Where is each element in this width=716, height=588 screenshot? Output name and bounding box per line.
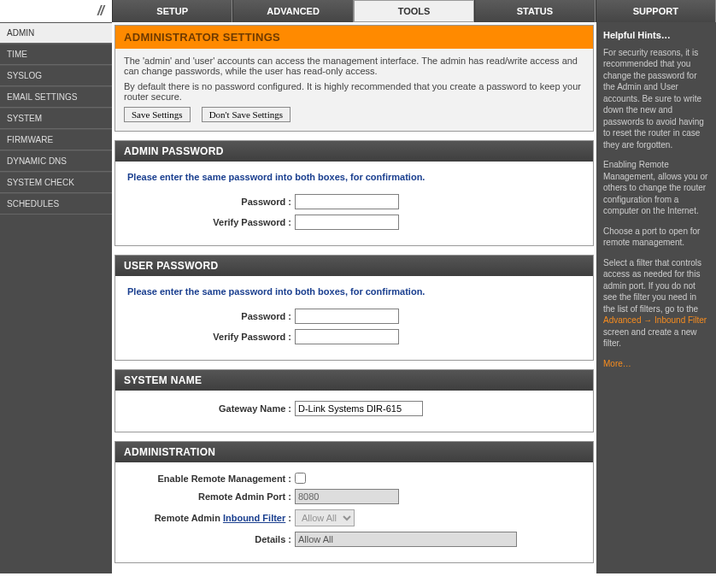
- hints-p2: Enabling Remote Management, allows you o…: [603, 159, 709, 217]
- hints-p3: Choose a port to open for remote managem…: [603, 226, 709, 249]
- inbound-filter-link[interactable]: Inbound Filter: [223, 513, 285, 523]
- intro-text-1: The 'admin' and 'user' accounts can acce…: [124, 56, 584, 76]
- section-head-system-name: SYSTEM NAME: [115, 370, 593, 391]
- admin-verify-password-input[interactable]: [295, 215, 399, 230]
- user-password-instruction: Please enter the same password into both…: [127, 286, 581, 297]
- gateway-name-input[interactable]: [295, 401, 423, 416]
- sidebar-item-admin[interactable]: ADMIN: [0, 22, 112, 44]
- sidebar-item-dynamic-dns[interactable]: DYNAMIC DNS: [0, 150, 112, 172]
- hints-p4: Select a filter that controls access as …: [603, 257, 709, 350]
- tab-advanced[interactable]: ADVANCED: [232, 0, 353, 22]
- sidebar-item-time[interactable]: TIME: [0, 44, 112, 65]
- details-input: [295, 532, 517, 547]
- details-label: Details :: [127, 534, 295, 544]
- gateway-name-label: Gateway Name :: [127, 403, 295, 414]
- section-head-administration: ADMINISTRATION: [115, 442, 593, 462]
- admin-verify-password-label: Verify Password :: [127, 217, 295, 227]
- hints-title: Helpful Hints…: [603, 29, 709, 42]
- remote-admin-inbound-filter-select[interactable]: Allow All: [295, 509, 355, 526]
- sidebar-item-firmware[interactable]: FIRMWARE: [0, 129, 112, 150]
- remote-admin-port-label: Remote Admin Port :: [127, 491, 295, 502]
- tab-tools[interactable]: TOOLS: [354, 0, 474, 22]
- save-settings-button[interactable]: Save Settings: [124, 107, 191, 122]
- enable-remote-management-checkbox[interactable]: [295, 473, 306, 484]
- sidebar-item-system[interactable]: SYSTEM: [0, 108, 112, 129]
- user-password-label: Password :: [127, 311, 295, 321]
- helpful-hints: Helpful Hints… For security reasons, it …: [596, 22, 716, 573]
- section-head-admin-password: ADMIN PASSWORD: [115, 141, 593, 162]
- hints-p1: For security reasons, it is recommended …: [603, 47, 709, 151]
- sidebar-item-system-check[interactable]: SYSTEM CHECK: [0, 172, 112, 193]
- logo: //: [0, 0, 112, 22]
- user-password-input[interactable]: [295, 309, 399, 324]
- sidebar-item-email-settings[interactable]: EMAIL SETTINGS: [0, 86, 112, 108]
- tab-setup[interactable]: SETUP: [112, 0, 232, 22]
- admin-password-label: Password :: [127, 197, 295, 207]
- intro-box: The 'admin' and 'user' accounts can acce…: [114, 49, 594, 132]
- remote-admin-port-input[interactable]: [295, 489, 399, 504]
- sidebar-item-schedules[interactable]: SCHEDULES: [0, 193, 112, 215]
- hints-more-link[interactable]: More…: [603, 359, 631, 368]
- section-head-user-password: USER PASSWORD: [115, 256, 593, 276]
- admin-password-input[interactable]: [295, 194, 399, 209]
- user-verify-password-input[interactable]: [295, 329, 399, 344]
- page-title: ADMINISTRATOR SETTINGS: [114, 25, 594, 49]
- intro-text-2: By default there is no password configur…: [124, 81, 584, 102]
- tab-status[interactable]: STATUS: [474, 0, 595, 22]
- enable-remote-management-label: Enable Remote Management :: [127, 473, 295, 484]
- admin-password-instruction: Please enter the same password into both…: [127, 172, 581, 182]
- hints-link-inbound-filter[interactable]: Inbound Filter: [654, 315, 707, 325]
- top-nav: SETUP ADVANCED TOOLS STATUS SUPPORT: [112, 0, 716, 22]
- tab-support[interactable]: SUPPORT: [596, 0, 716, 22]
- user-verify-password-label: Verify Password :: [127, 332, 295, 342]
- dont-save-settings-button[interactable]: Don't Save Settings: [202, 107, 291, 122]
- sidebar: ADMIN TIME SYSLOG EMAIL SETTINGS SYSTEM …: [0, 22, 112, 573]
- sidebar-item-syslog[interactable]: SYSLOG: [0, 65, 112, 86]
- hints-link-advanced[interactable]: Advanced: [603, 315, 641, 325]
- remote-admin-inbound-filter-label: Remote Admin Inbound Filter :: [127, 513, 295, 523]
